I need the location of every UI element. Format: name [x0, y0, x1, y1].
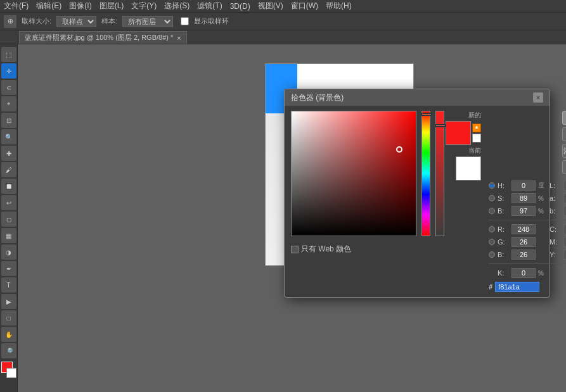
b-input[interactable]	[511, 206, 536, 216]
hex-label: #	[489, 283, 492, 291]
sample-select[interactable]: 所有图层	[122, 16, 173, 27]
k-row: K: %	[489, 267, 566, 279]
canvas-area[interactable]: 拾色器 (背景色) × 只有 Web 颜色	[18, 44, 566, 392]
tool-move[interactable]: ✛	[1, 63, 16, 79]
r-input[interactable]	[511, 224, 536, 234]
tool-select-rect[interactable]: ⬚	[1, 47, 16, 62]
menu-image[interactable]: 图像(I)	[69, 1, 91, 11]
color-library-button[interactable]: 颜色库	[562, 160, 566, 174]
gradient-picker[interactable]	[291, 111, 416, 236]
s-unit: %	[538, 195, 547, 202]
tool-brush[interactable]: 🖌	[1, 162, 16, 177]
y-input[interactable]	[563, 250, 566, 260]
tool-zoom[interactable]: 🔎	[1, 343, 16, 358]
new-label: 新的	[468, 111, 481, 120]
tool-eyedropper[interactable]: 🔍	[1, 129, 16, 144]
current-label: 当前	[468, 146, 481, 155]
h-radio[interactable]	[489, 182, 495, 189]
r-radio[interactable]	[489, 226, 495, 232]
warning-icons: ▲ □	[472, 123, 481, 142]
file-tab[interactable]: 蓝底证件照素材.jpg @ 100% (图层 2, RGB/8#) * ×	[19, 31, 187, 44]
cancel-button[interactable]: 取消	[562, 127, 566, 141]
h-input[interactable]	[511, 180, 536, 191]
l-input[interactable]	[563, 180, 566, 191]
a-label: a:	[550, 194, 561, 202]
dialog-close-button[interactable]: ×	[533, 92, 543, 103]
tool-eraser[interactable]: ◻	[1, 212, 16, 227]
dialog-buttons: 确定 取消 添加到色板 颜色库	[489, 111, 566, 174]
tool-crop[interactable]: ⊡	[1, 113, 16, 128]
background-color[interactable]	[6, 368, 16, 378]
tool-shape[interactable]: □	[1, 310, 16, 326]
tool-type[interactable]: T	[1, 277, 16, 293]
tool-pen[interactable]: ✒	[1, 261, 16, 276]
tool-stamp[interactable]: 🔲	[1, 179, 16, 194]
sample-label: 样本:	[101, 16, 117, 26]
g-label: G:	[498, 238, 509, 246]
a-input[interactable]	[563, 193, 566, 203]
dialog-titlebar: 拾色器 (背景色) ×	[285, 89, 550, 106]
b3-label: b:	[550, 207, 561, 215]
web-only-row: 只有 Web 颜色	[291, 244, 416, 255]
tools-sidebar: ⬚ ✛ ⊂ ⌖ ⊡ 🔍 ✚ 🖌 🔲 ↩ ◻ ▦ ◑ ✒ T ▶ □ ✋ 🔎	[0, 44, 18, 392]
g-radio[interactable]	[489, 239, 495, 245]
b-radio[interactable]	[489, 208, 495, 214]
current-color-swatch	[456, 156, 481, 180]
m-label: M:	[550, 238, 561, 246]
dialog-body: 只有 Web 颜色 新的 ▲	[285, 106, 550, 297]
alpha-section	[435, 111, 444, 292]
r-row: R: C: %	[489, 223, 566, 236]
menu-text[interactable]: 文字(Y)	[131, 1, 157, 11]
web-safe-icon[interactable]: □	[472, 134, 481, 142]
tab-close[interactable]: ×	[177, 34, 181, 42]
menu-layer[interactable]: 图层(L)	[100, 1, 124, 11]
b2-input[interactable]	[511, 250, 536, 260]
b-row: B: % b:	[489, 205, 566, 217]
tool-gradient[interactable]: ▦	[1, 228, 16, 243]
menu-view[interactable]: 视图(V)	[258, 1, 283, 11]
b-label: B:	[498, 207, 509, 215]
b3-input[interactable]	[563, 206, 566, 216]
add-to-swatches-button[interactable]: 添加到色板	[562, 144, 566, 158]
menu-edit[interactable]: 编辑(E)	[36, 1, 61, 11]
g-row: G: M: %	[489, 236, 566, 248]
show-ring-checkbox[interactable]	[181, 17, 189, 25]
s-radio[interactable]	[489, 195, 495, 201]
menu-select[interactable]: 选择(S)	[164, 1, 190, 11]
web-only-checkbox[interactable]	[291, 246, 299, 253]
tool-hand[interactable]: ✋	[1, 327, 16, 342]
menu-window[interactable]: 窗口(W)	[291, 1, 318, 11]
h-unit: 度	[538, 181, 547, 190]
menu-help[interactable]: 帮助(H)	[326, 1, 352, 11]
hue-slider[interactable]	[421, 111, 430, 236]
k-unit: %	[538, 270, 547, 277]
menu-3d[interactable]: 3D(D)	[230, 2, 250, 11]
out-of-gamut-icon[interactable]: ▲	[472, 123, 481, 132]
tool-heal[interactable]: ✚	[1, 146, 16, 161]
tool-size-select[interactable]: 取样点	[56, 16, 96, 27]
hex-input[interactable]	[495, 282, 539, 292]
h-label: H:	[498, 182, 509, 189]
tool-lasso[interactable]: ⊂	[1, 80, 16, 95]
s-input[interactable]	[511, 193, 536, 203]
tool-history-brush[interactable]: ↩	[1, 195, 16, 210]
tool-path-select[interactable]: ▶	[1, 294, 16, 309]
h-row: H: 度 L:	[489, 179, 566, 192]
tool-dodge[interactable]: ◑	[1, 244, 16, 260]
alpha-slider[interactable]	[435, 111, 444, 236]
m-input[interactable]	[563, 237, 566, 247]
g-input[interactable]	[511, 237, 536, 247]
s-row: S: % a:	[489, 192, 566, 205]
b2-radio[interactable]	[489, 251, 495, 258]
hue-cursor	[421, 113, 432, 116]
confirm-button[interactable]: 确定	[562, 111, 566, 125]
color-swatches-area[interactable]	[0, 362, 18, 384]
k-input[interactable]	[511, 268, 536, 278]
c-input[interactable]	[563, 224, 566, 234]
menu-file[interactable]: 文件(F)	[4, 1, 29, 11]
tab-filename: 蓝底证件照素材.jpg @ 100% (图层 2, RGB/8#) *	[25, 33, 173, 42]
hue-section	[421, 111, 430, 292]
move-tool-icon[interactable]: ⊕	[4, 15, 16, 28]
menu-filter[interactable]: 滤镜(T)	[197, 1, 222, 11]
tool-magic-wand[interactable]: ⌖	[1, 96, 16, 111]
